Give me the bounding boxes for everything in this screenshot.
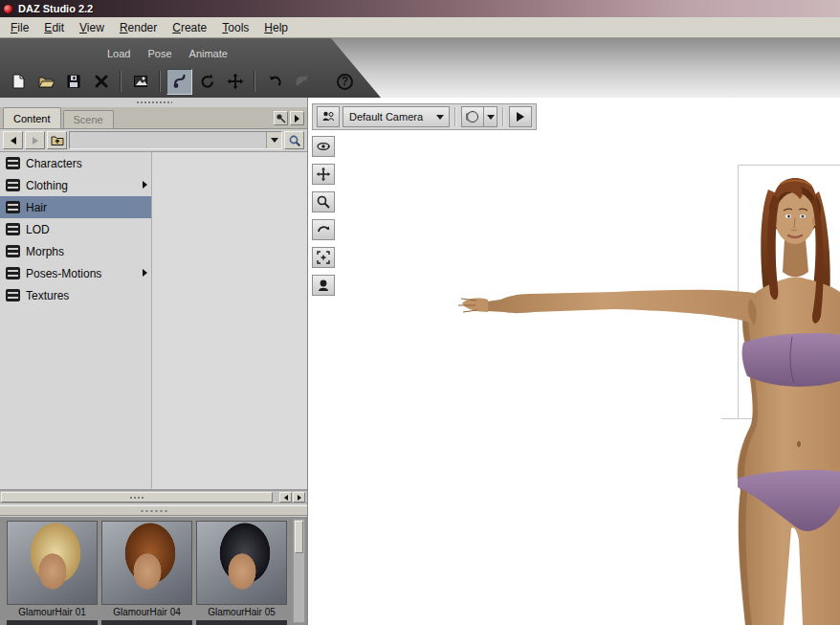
viewport-toolbar-separator <box>502 107 504 126</box>
menu-item-file[interactable]: File <box>3 18 36 37</box>
tree-item-textures[interactable]: Textures <box>0 284 151 306</box>
play-button[interactable] <box>509 106 532 127</box>
combo-dropdown-button[interactable] <box>266 132 281 148</box>
menu-item-create[interactable]: Create <box>165 18 214 37</box>
scene-figure <box>308 98 840 625</box>
menu-item-tools[interactable]: Tools <box>214 18 256 37</box>
next-row-thumbnail-partial <box>196 620 287 625</box>
draw-style-dropdown-button[interactable] <box>484 106 497 127</box>
tab-scene[interactable]: Scene <box>63 110 114 128</box>
menu-item-edit[interactable]: Edit <box>36 18 72 37</box>
rotate-icon <box>199 73 216 90</box>
chevron-down-icon <box>487 115 495 120</box>
content-nav-row <box>0 129 307 152</box>
tab-scene-label: Scene <box>74 114 103 125</box>
scroll-left-button[interactable] <box>279 492 292 502</box>
scrollbar-thumb[interactable] <box>295 521 303 553</box>
tree-item-morphs[interactable]: Morphs <box>0 240 151 262</box>
undo-button[interactable] <box>261 69 287 95</box>
main-toolbar: ? <box>5 68 358 95</box>
tree-item-poses-motions[interactable]: Poses-Motions <box>0 262 151 284</box>
back-button[interactable] <box>3 131 23 149</box>
expand-arrow-icon[interactable] <box>143 269 147 277</box>
menu-item-view[interactable]: View <box>72 18 112 37</box>
tab-content[interactable]: Content <box>3 107 61 128</box>
figure-body <box>458 178 840 625</box>
content-items-pane[interactable] <box>152 152 307 489</box>
orbit-tool-button[interactable] <box>312 136 335 157</box>
tree-item-hair[interactable]: Hair <box>0 196 151 218</box>
pan-icon <box>316 167 331 182</box>
tree-item-label: LOD <box>26 223 50 236</box>
play-icon <box>517 112 524 122</box>
search-button[interactable] <box>284 131 304 149</box>
rotate-tool-button[interactable] <box>194 69 220 95</box>
draw-style-button[interactable] <box>461 106 484 127</box>
activity-tab-pose[interactable]: Pose <box>147 48 171 59</box>
folder-up-icon <box>51 134 64 146</box>
thumbnail-glamourhair-01[interactable]: GlamourHair 01 <box>7 521 98 618</box>
content-filter-combobox[interactable] <box>69 131 282 149</box>
forward-button <box>25 131 45 149</box>
scroll-right-button[interactable] <box>293 492 305 502</box>
camera-selector[interactable]: Default Camera <box>343 106 450 127</box>
render-button[interactable] <box>127 69 153 95</box>
menu-item-help[interactable]: Help <box>256 18 296 37</box>
folder-drawer-icon <box>6 179 20 191</box>
aim-tool-button[interactable] <box>312 275 335 296</box>
rotate-camera-icon <box>316 222 331 237</box>
panel-menu-button[interactable] <box>290 111 304 125</box>
shaded-sphere-icon <box>466 110 479 123</box>
folder-drawer-icon <box>6 157 20 169</box>
tree-pane-divider[interactable] <box>151 152 152 489</box>
pan-tool-button[interactable] <box>312 164 335 185</box>
activity-tab-load[interactable]: Load <box>107 48 130 59</box>
new-file-button[interactable] <box>5 69 31 95</box>
thumbnail-glamourhair-04[interactable]: GlamourHair 04 <box>101 521 192 618</box>
tree-item-clothing[interactable]: Clothing <box>0 174 151 196</box>
rotate-camera-tool-button[interactable] <box>312 219 335 240</box>
viewport-3d[interactable]: Default Camera <box>308 98 840 625</box>
tree-item-label: Clothing <box>26 179 68 192</box>
help-button[interactable]: ? <box>332 69 358 95</box>
thumbnail-glamourhair-05[interactable]: GlamourHair 05 <box>196 521 287 618</box>
thumbnail-vertical-scrollbar[interactable] <box>293 519 305 623</box>
open-file-button[interactable] <box>33 69 58 95</box>
expand-arrow-icon[interactable] <box>143 181 147 189</box>
delete-button[interactable] <box>88 69 114 95</box>
panel-grip[interactable] <box>0 98 307 107</box>
menu-item-render[interactable]: Render <box>112 18 165 37</box>
title-bar[interactable]: DAZ Studio 2.2 <box>0 0 840 17</box>
orbit-icon <box>316 139 331 154</box>
tree-item-lod[interactable]: LOD <box>0 218 151 240</box>
thumbnail-image[interactable] <box>7 521 98 605</box>
app-icon <box>3 4 13 14</box>
save-file-button[interactable] <box>60 69 86 95</box>
save-floppy-icon <box>65 73 82 90</box>
toolbar-separator <box>254 71 255 92</box>
thumbnail-label: GlamourHair 04 <box>101 605 192 618</box>
thumbnail-label: GlamourHair 05 <box>196 605 287 618</box>
node-selection-tool-button[interactable] <box>166 69 192 95</box>
up-directory-button[interactable] <box>47 131 67 149</box>
window-title: DAZ Studio 2.2 <box>18 3 93 14</box>
scroll-right-icon <box>298 495 301 501</box>
horizontal-scrollbar[interactable] <box>0 490 307 503</box>
scrollbar-thumb[interactable] <box>1 492 273 502</box>
thumbnail-image[interactable] <box>196 521 287 605</box>
view-select-button[interactable] <box>317 106 340 127</box>
activity-tabs: Load Pose Animate <box>107 48 228 59</box>
scrollbar-grip-icon <box>129 496 144 501</box>
tree-item-characters[interactable]: Characters <box>0 152 151 174</box>
activity-tab-animate[interactable]: Animate <box>189 48 228 59</box>
panel-splitter[interactable] <box>0 505 307 516</box>
thumbnail-image[interactable] <box>101 521 192 605</box>
render-image-icon <box>132 73 149 90</box>
translate-tool-button[interactable] <box>222 69 248 95</box>
tree-item-label: Morphs <box>26 245 64 258</box>
zoom-tool-button[interactable] <box>312 191 335 212</box>
panel-menu-arrow-icon <box>295 115 299 123</box>
frame-tool-button[interactable] <box>312 247 335 268</box>
pin-panel-button[interactable] <box>274 111 288 125</box>
splitter-grip-icon <box>140 509 168 513</box>
